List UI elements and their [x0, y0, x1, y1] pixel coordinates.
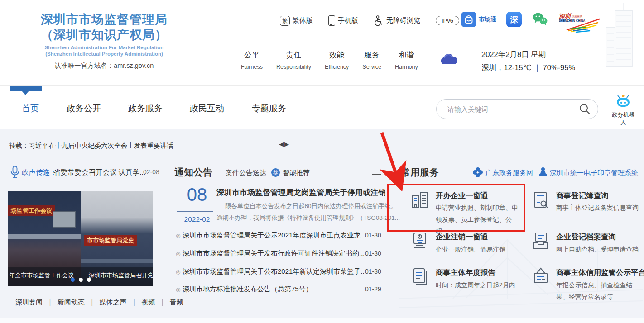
gov-robot-button[interactable]: 政务机器人 — [610, 94, 637, 127]
search-button[interactable] — [579, 103, 591, 115]
carousel-caption-right[interactable]: 深圳市市场监管局召开党史 — [89, 271, 153, 280]
voice-news-title[interactable]: 省委常委会召开会议 认真学... — [53, 168, 145, 177]
app-icons: 市场通 深 深圳 政府在线 SHENZHEN CHINA — [461, 12, 602, 33]
carousel-dot-3[interactable] — [87, 278, 91, 282]
middle-divider — [174, 183, 384, 183]
weather-cloud-icon — [437, 51, 460, 67]
eseal-system-link[interactable]: 深圳市统一电子印章管理系统 — [550, 169, 638, 177]
official-domain: 认准唯一官方域名：amr.sz.gov.cn — [9, 62, 199, 70]
active-tab-pointer — [22, 91, 29, 95]
carousel-dot-1[interactable] — [71, 278, 75, 282]
guangdong-service-icon — [472, 167, 483, 178]
search-icon — [579, 103, 591, 115]
quick-links: 繁 繁体版 手机版 无障碍浏览 IPv6 — [280, 15, 459, 26]
voice-news-date: 02-08 — [143, 168, 159, 176]
eseal-icon — [538, 167, 548, 178]
credit-platform-icon — [531, 267, 551, 287]
featured-notice-summary-1: 限各单位自本公告发布之日起60日内依法办理停用或注销手续。 — [225, 202, 397, 210]
page: 深圳市市场监督管理局 （深圳市知识产权局） Shenzhen Administr… — [0, 0, 644, 323]
news-photo-carousel[interactable]: 场监管工作会议 市市场监管局党史 年全市市场监管工作会议 深圳市市场监管局召开党… — [8, 191, 153, 286]
smart-recommend-link[interactable]: 智能推荐 — [283, 169, 310, 177]
featured-notice-month: 2022-02 — [180, 215, 214, 223]
market-app-icon — [461, 12, 476, 27]
notices-section-title: 通知公告 — [174, 166, 212, 179]
search-box — [436, 99, 598, 119]
site-title: 深圳市市场监督管理局 — [9, 12, 199, 27]
featured-notice-summary-2: 逾期不办理，我局将依据《特种设备使用管理规则》（TSG08-201... — [216, 214, 400, 222]
weather-info: 深圳，12-15℃ ｜ 70%-95% — [481, 63, 575, 73]
site-title-en2: (Shenzhen Intellectual Property Administ… — [9, 51, 199, 57]
site-title-en1: Shenzhen Administration For Market Regul… — [9, 44, 199, 51]
featured-notice-title[interactable]: 深圳市市场监督管理局龙岗监管局关于停用或注销... — [216, 187, 385, 198]
search-input[interactable] — [447, 105, 579, 114]
value-zh: 服务 — [362, 50, 381, 60]
news-category-tabs: 深圳要闻｜ 新闻动态｜ 媒体之声｜ 视频｜ 音频 — [15, 298, 183, 307]
value-zh: 责任 — [276, 50, 311, 60]
wechat-link[interactable] — [532, 12, 548, 26]
mobile-version-link[interactable]: 手机版 — [328, 15, 358, 26]
ticker-headline[interactable]: 转载：习近平在十九届中央纪委六次全会上发表重要讲话 — [9, 142, 173, 150]
nav-gov-services[interactable]: 政务服务 — [128, 103, 163, 114]
shenzhen-china-logo[interactable]: 深圳 政府在线 SHENZHEN CHINA — [558, 12, 602, 33]
archive-query-icon — [531, 231, 551, 251]
value-zh: 效能 — [325, 50, 349, 60]
ipv6-badge[interactable]: IPv6 — [436, 16, 459, 25]
accessibility-link[interactable]: 无障碍浏览 — [374, 15, 420, 26]
bottom-strip — [0, 318, 644, 323]
site-logo[interactable]: 深圳市市场监督管理局 （深圳市知识产权局） Shenzhen Administr… — [9, 12, 199, 70]
carousel-caption-left[interactable]: 年全市市场监管工作会议 — [9, 271, 74, 280]
site-subtitle: （深圳市知识产权局） — [9, 27, 199, 43]
tab-audio[interactable]: 音频 — [170, 298, 183, 307]
current-date: 2022年2月8日 星期二 — [481, 50, 553, 60]
robot-label: 政务机器人 — [610, 111, 637, 127]
carousel-dots — [71, 278, 91, 282]
accessibility-icon — [374, 15, 384, 26]
right-divider — [401, 183, 636, 183]
nav-interaction[interactable]: 政民互动 — [190, 103, 224, 114]
ishenzhen-app-icon: 深 — [506, 12, 522, 27]
notices-more-icon[interactable] — [372, 171, 381, 178]
robot-icon — [615, 94, 631, 109]
tab-video[interactable]: 视频 — [141, 298, 155, 307]
phone-icon — [328, 15, 335, 26]
carousel-dot-2[interactable] — [79, 278, 83, 282]
carousel-caption-bar: 年全市市场监管工作会议 深圳市市场监管局召开党史 — [8, 267, 153, 286]
market-app-link[interactable]: 市场通 — [461, 12, 496, 27]
microphone-icon — [10, 166, 20, 178]
open-business-icon — [410, 190, 430, 210]
tab-media-voice[interactable]: 媒体之声 — [99, 298, 126, 307]
wechat-icon — [532, 12, 548, 26]
svg-text:深圳: 深圳 — [558, 13, 572, 19]
svg-text:政府在线: 政府在线 — [572, 14, 582, 18]
header-divider — [0, 86, 644, 86]
recommend-badge-icon: 荐 — [271, 168, 280, 177]
building-sketch — [597, 2, 642, 70]
core-values: 公平Fairness 责任Responsibility 效能Efficiency… — [241, 50, 418, 70]
traditional-icon: 繁 — [280, 16, 290, 26]
registry-query-icon — [531, 190, 551, 210]
nav-home[interactable]: 首页 — [22, 103, 39, 114]
left-divider — [8, 183, 159, 183]
featured-date-underline — [177, 211, 213, 212]
tab-shenzhen-news[interactable]: 深圳要闻 — [15, 298, 43, 307]
cancel-business-icon — [410, 231, 430, 251]
svg-text:SHENZHEN CHINA: SHENZHEN CHINA — [559, 19, 585, 22]
voice-channel-label[interactable]: 政声传递： — [22, 168, 57, 177]
annual-report-icon — [410, 267, 430, 287]
active-tab-bar — [10, 86, 42, 91]
value-zh: 和谐 — [395, 50, 418, 60]
tab-news-updates[interactable]: 新闻动态 — [58, 298, 85, 307]
traditional-version-link[interactable]: 繁 繁体版 — [280, 16, 313, 26]
ticker-nav-arrows[interactable]: ◀▶ — [279, 141, 290, 147]
value-zh: 公平 — [241, 50, 263, 60]
guangdong-service-link[interactable]: 广东政务服务网 — [485, 169, 533, 177]
case-announcement-link[interactable]: 案件公告送达 — [226, 169, 266, 177]
nav-special-services[interactable]: 专题服务 — [252, 103, 286, 114]
featured-notice-day: 08 — [180, 185, 214, 205]
ishenzhen-app-link[interactable]: 深 — [506, 12, 522, 27]
services-section-title: 常用服务 — [401, 166, 439, 179]
nav-gov-affairs[interactable]: 政务公开 — [67, 103, 101, 114]
